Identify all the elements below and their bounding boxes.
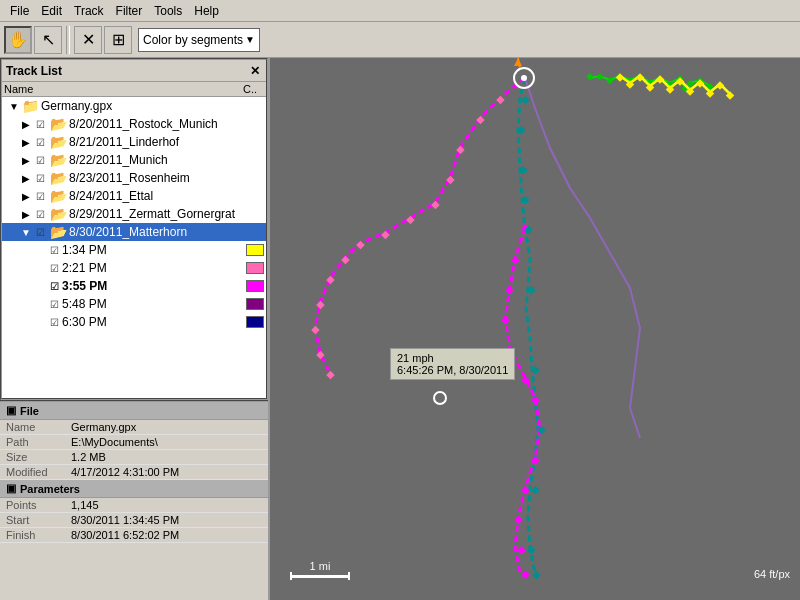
file-section-header[interactable]: ▣ File	[0, 402, 268, 420]
track-list-close-button[interactable]: ✕	[248, 64, 262, 78]
scale-label: 1 mi	[310, 560, 331, 572]
main-layout: Track List ✕ Name C.. ▼ 📁 Germany.gpx	[0, 58, 800, 600]
segment-4[interactable]: ☑ 5:48 PM	[2, 295, 266, 313]
menu-edit[interactable]: Edit	[35, 2, 68, 20]
params-section-header[interactable]: ▣ Parameters	[0, 480, 268, 498]
rosenheim-checkbox[interactable]: ☑	[33, 171, 47, 185]
svg-point-27	[521, 75, 527, 81]
track-zermatt[interactable]: ▶ ☑ 📂 8/29/2011_Zermatt_Gornergrat	[2, 205, 266, 223]
svg-rect-43	[521, 571, 529, 579]
svg-rect-34	[501, 316, 509, 324]
file-modified-row: Modified 4/17/2012 4:31:00 PM	[0, 465, 268, 480]
menu-help[interactable]: Help	[188, 2, 225, 20]
params-start-label: Start	[6, 514, 71, 526]
seg1-color-swatch	[246, 244, 264, 256]
seg5-time: 6:30 PM	[62, 315, 107, 329]
rostock-checkbox[interactable]: ☑	[33, 117, 47, 131]
track-list: Track List ✕ Name C.. ▼ 📁 Germany.gpx	[0, 58, 268, 400]
seg3-checkbox[interactable]: ☑	[47, 279, 61, 293]
select-tool-button[interactable]: ↖	[34, 26, 62, 54]
munich-expand-icon[interactable]: ▶	[20, 155, 32, 166]
track-list-columns: Name C..	[2, 82, 266, 97]
layers-button[interactable]: ⊞	[104, 26, 132, 54]
seg1-time: 1:34 PM	[62, 243, 107, 257]
track-linderhof[interactable]: ▶ ☑ 📂 8/21/2011_Linderhof	[2, 133, 266, 151]
file-modified-value: 4/17/2012 4:31:00 PM	[71, 466, 262, 478]
seg3-color-swatch	[246, 280, 264, 292]
seg1-checkbox[interactable]: ☑	[47, 243, 61, 257]
menu-track[interactable]: Track	[68, 2, 110, 20]
rostock-label: 8/20/2011_Rostock_Munich	[69, 117, 218, 131]
linderhof-expand-icon[interactable]: ▶	[20, 137, 32, 148]
rostock-folder-icon: 📂	[50, 116, 67, 132]
svg-rect-40	[521, 486, 529, 494]
svg-point-30	[434, 392, 446, 404]
rosenheim-folder-icon: 📂	[50, 170, 67, 186]
ettal-checkbox[interactable]: ☑	[33, 189, 47, 203]
ettal-expand-icon[interactable]: ▶	[20, 191, 32, 202]
seg5-color-swatch	[246, 316, 264, 328]
track-rostock[interactable]: ▶ ☑ 📂 8/20/2011_Rostock_Munich	[2, 115, 266, 133]
color-by-dropdown[interactable]: Color by segments ▼	[138, 28, 260, 52]
seg2-checkbox[interactable]: ☑	[47, 261, 61, 275]
track-munich[interactable]: ▶ ☑ 📂 8/22/2011_Munich	[2, 151, 266, 169]
segment-2[interactable]: ☑ 2:21 PM	[2, 259, 266, 277]
params-finish-row: Finish 8/30/2011 6:52:02 PM	[0, 528, 268, 543]
svg-rect-52	[531, 486, 539, 494]
seg4-checkbox[interactable]: ☑	[47, 297, 61, 311]
root-file-label: Germany.gpx	[41, 99, 112, 113]
matterhorn-checkbox[interactable]: ☑	[33, 225, 47, 239]
munich-label: 8/22/2011_Munich	[69, 153, 168, 167]
svg-rect-66	[311, 326, 319, 334]
zermatt-folder-icon: 📂	[50, 206, 67, 222]
seg5-checkbox[interactable]: ☑	[47, 315, 61, 329]
svg-rect-32	[511, 256, 519, 264]
seg2-color-swatch	[246, 262, 264, 274]
pan-tool-button[interactable]: ✋	[4, 26, 32, 54]
params-section-label: Parameters	[20, 483, 80, 495]
track-matterhorn[interactable]: ▼ ☑ 📂 8/30/2011_Matterhorn	[2, 223, 266, 241]
track-list-content: ▼ 📁 Germany.gpx ▶ ☑ 📂 8/20/2011_Rostock_…	[2, 97, 266, 398]
col-c: C..	[236, 83, 264, 95]
seg4-color-swatch	[246, 298, 264, 310]
munich-checkbox[interactable]: ☑	[33, 153, 47, 167]
toolbar: ✋ ↖ ✕ ⊞ Color by segments ▼	[0, 22, 800, 58]
seg4-time: 5:48 PM	[62, 297, 107, 311]
track-list-title: Track List	[6, 64, 62, 78]
params-points-value: 1,145	[71, 499, 262, 511]
track-ettal[interactable]: ▶ ☑ 📂 8/24/2011_Ettal	[2, 187, 266, 205]
back-button[interactable]: ✕	[74, 26, 102, 54]
segment-3[interactable]: ☑ 3:55 PM	[2, 277, 266, 295]
file-name-value: Germany.gpx	[71, 421, 262, 433]
rosenheim-label: 8/23/2011_Rosenheim	[69, 171, 190, 185]
segment-1[interactable]: ☑ 1:34 PM	[2, 241, 266, 259]
svg-rect-41	[514, 516, 522, 524]
zermatt-checkbox[interactable]: ☑	[33, 207, 47, 221]
left-panel: Track List ✕ Name C.. ▼ 📁 Germany.gpx	[0, 58, 270, 600]
file-section-icon: ▣	[6, 404, 16, 417]
file-path-row: Path E:\MyDocuments\	[0, 435, 268, 450]
color-by-label: Color by segments	[143, 33, 243, 47]
track-rosenheim[interactable]: ▶ ☑ 📂 8/23/2011_Rosenheim	[2, 169, 266, 187]
menu-file[interactable]: File	[4, 2, 35, 20]
menu-tools[interactable]: Tools	[148, 2, 188, 20]
zermatt-expand-icon[interactable]: ▶	[20, 209, 32, 220]
matterhorn-expand-icon[interactable]: ▼	[20, 227, 32, 238]
matterhorn-label: 8/30/2011_Matterhorn	[69, 225, 187, 239]
rosenheim-expand-icon[interactable]: ▶	[20, 173, 32, 184]
root-file-item[interactable]: ▼ 📁 Germany.gpx	[2, 97, 266, 115]
svg-rect-59	[431, 201, 439, 209]
menu-filter[interactable]: Filter	[110, 2, 149, 20]
dropdown-arrow-icon: ▼	[245, 34, 255, 45]
col-name: Name	[4, 83, 236, 95]
file-size-label: Size	[6, 451, 71, 463]
map-area[interactable]: 21 mph 6:45:26 PM, 8/30/2011 1 mi 64 ft/…	[270, 58, 800, 600]
root-folder-icon: 📁	[22, 98, 39, 114]
root-expand-icon[interactable]: ▼	[8, 101, 20, 112]
svg-rect-44	[521, 96, 529, 104]
menubar: File Edit Track Filter Tools Help	[0, 0, 800, 22]
segment-5[interactable]: ☑ 6:30 PM	[2, 313, 266, 331]
linderhof-checkbox[interactable]: ☑	[33, 135, 47, 149]
rostock-expand-icon[interactable]: ▶	[20, 119, 32, 130]
params-start-row: Start 8/30/2011 1:34:45 PM	[0, 513, 268, 528]
